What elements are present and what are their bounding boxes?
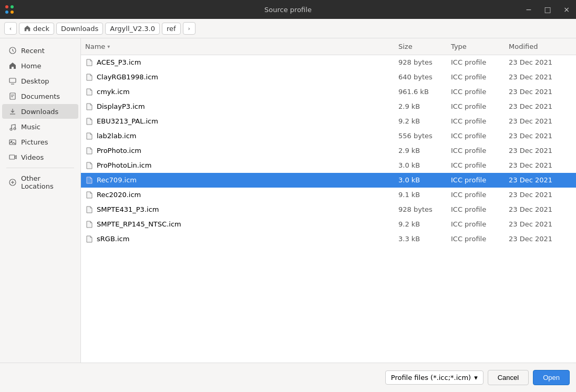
file-size: 556 bytes [398, 132, 451, 140]
other-locations-label: Other Locations [21, 174, 72, 190]
breadcrumb-container: deckDownloadsArgyll_V2.3.0ref [19, 23, 181, 35]
maximize-button[interactable]: □ [538, 0, 557, 19]
breadcrumb-item-deck[interactable]: deck [19, 23, 54, 35]
file-icon [85, 132, 94, 140]
table-row[interactable]: ProPhotoLin.icm3.0 kBICC profile23 Dec 2… [81, 158, 576, 173]
file-size: 928 bytes [398, 205, 451, 213]
recent-icon [8, 46, 17, 55]
column-modified-header[interactable]: Modified [509, 43, 572, 50]
titlebar-controls: − □ × [519, 0, 576, 19]
file-size: 9.2 kB [398, 220, 451, 228]
file-modified: 23 Dec 2021 [509, 132, 572, 140]
file-filter-select[interactable]: Profile files (*.icc;*.icm) ▾ [385, 370, 484, 385]
file-icon [85, 191, 94, 199]
breadcrumb-item-downloads[interactable]: Downloads [56, 23, 103, 35]
file-type: ICC profile [451, 191, 509, 199]
sidebar-item-videos[interactable]: Videos [2, 150, 78, 164]
table-row[interactable]: Rec709.icm3.0 kBICC profile23 Dec 2021 [81, 173, 576, 188]
minimize-button[interactable]: − [519, 0, 538, 19]
sidebar-item-home[interactable]: Home [2, 58, 78, 73]
filter-label: Profile files (*.icc;*.icm) [391, 374, 471, 381]
table-row[interactable]: sRGB.icm3.3 kBICC profile23 Dec 2021 [81, 232, 576, 246]
table-row[interactable]: lab2lab.icm556 bytesICC profile23 Dec 20… [81, 129, 576, 143]
file-size: 2.9 kB [398, 147, 451, 154]
file-type: ICC profile [451, 73, 509, 81]
file-modified: 23 Dec 2021 [509, 176, 572, 184]
breadcrumb-label-argyll: Argyll_V2.3.0 [110, 25, 155, 33]
other-locations-item[interactable]: Other Locations [2, 171, 78, 193]
back-arrow-icon: ‹ [9, 25, 12, 32]
sidebar-divider [6, 168, 74, 168]
table-row[interactable]: Rec2020.icm9.1 kBICC profile23 Dec 2021 [81, 188, 576, 202]
svg-point-3 [11, 11, 14, 14]
file-name: Rec2020.icm [97, 191, 398, 199]
column-type-header[interactable]: Type [451, 43, 509, 50]
sidebar-label-home: Home [21, 62, 41, 70]
forward-button[interactable]: › [183, 22, 196, 35]
file-modified: 23 Dec 2021 [509, 235, 572, 243]
table-row[interactable]: SMPTE_RP145_NTSC.icm9.2 kBICC profile23 … [81, 217, 576, 232]
sidebar-label-videos: Videos [21, 153, 44, 161]
sidebar-item-desktop[interactable]: Desktop [2, 74, 78, 88]
file-size: 3.0 kB [398, 161, 451, 169]
file-size: 2.9 kB [398, 102, 451, 110]
sidebar-item-downloads[interactable]: Downloads [2, 104, 78, 119]
table-row[interactable]: ClayRGB1998.icm640 bytesICC profile23 De… [81, 70, 576, 85]
file-size: 928 bytes [398, 58, 451, 66]
titlebar: Source profile − □ × [0, 0, 576, 19]
file-type: ICC profile [451, 235, 509, 243]
main-content: RecentHomeDesktopDocumentsDownloadsMusic… [0, 38, 576, 363]
file-modified: 23 Dec 2021 [509, 73, 572, 81]
bottom-bar: Profile files (*.icc;*.icm) ▾ Cancel Ope… [0, 363, 576, 392]
file-modified: 23 Dec 2021 [509, 147, 572, 154]
file-icon [85, 147, 94, 155]
open-button[interactable]: Open [533, 370, 570, 385]
file-type: ICC profile [451, 147, 509, 154]
file-list: ACES_P3.icm928 bytesICC profile23 Dec 20… [81, 55, 576, 363]
table-row[interactable]: EBU3213_PAL.icm9.2 kBICC profile23 Dec 2… [81, 114, 576, 129]
file-list-header: Name ▾ Size Type Modified [81, 38, 576, 55]
column-name-header[interactable]: Name ▾ [85, 43, 398, 50]
file-type: ICC profile [451, 205, 509, 213]
table-row[interactable]: DisplayP3.icm2.9 kBICC profile23 Dec 202… [81, 99, 576, 114]
table-row[interactable]: SMPTE431_P3.icm928 bytesICC profile23 De… [81, 202, 576, 217]
file-modified: 23 Dec 2021 [509, 88, 572, 96]
pictures-icon [8, 138, 17, 146]
table-row[interactable]: ProPhoto.icm2.9 kBICC profile23 Dec 2021 [81, 143, 576, 158]
dialog: ‹ deckDownloadsArgyll_V2.3.0ref › Recent… [0, 19, 576, 392]
toolbar: ‹ deckDownloadsArgyll_V2.3.0ref › [0, 19, 576, 38]
file-area: Name ▾ Size Type Modified ACES_P3.icm928… [81, 38, 576, 363]
app-icon [4, 4, 15, 15]
sidebar-item-music[interactable]: Music [2, 119, 78, 134]
sidebar-label-pictures: Pictures [21, 138, 48, 146]
documents-icon [8, 92, 17, 100]
forward-arrow-icon: › [188, 25, 190, 32]
file-name: ProPhotoLin.icm [97, 161, 398, 169]
file-size: 640 bytes [398, 73, 451, 81]
svg-point-0 [5, 5, 8, 8]
file-icon [85, 176, 94, 184]
sidebar: RecentHomeDesktopDocumentsDownloadsMusic… [0, 38, 81, 363]
sidebar-item-pictures[interactable]: Pictures [2, 135, 78, 149]
cancel-button[interactable]: Cancel [488, 370, 529, 385]
close-button[interactable]: × [557, 0, 576, 19]
file-icon [85, 73, 94, 81]
sidebar-item-recent[interactable]: Recent [2, 43, 78, 58]
table-row[interactable]: cmyk.icm961.6 kBICC profile23 Dec 2021 [81, 85, 576, 99]
svg-rect-15 [9, 155, 15, 159]
add-location-icon [8, 178, 17, 187]
home-icon [8, 61, 17, 70]
file-icon [85, 88, 94, 96]
breadcrumb-label-downloads: Downloads [61, 25, 98, 33]
column-size-header[interactable]: Size [398, 43, 451, 50]
back-button[interactable]: ‹ [4, 22, 17, 35]
file-name: ClayRGB1998.icm [97, 73, 398, 81]
filter-arrow-icon: ▾ [474, 374, 478, 381]
sidebar-item-documents[interactable]: Documents [2, 89, 78, 104]
file-name: cmyk.icm [97, 88, 398, 96]
breadcrumb-item-argyll[interactable]: Argyll_V2.3.0 [105, 23, 160, 35]
file-modified: 23 Dec 2021 [509, 191, 572, 199]
file-type: ICC profile [451, 58, 509, 66]
table-row[interactable]: ACES_P3.icm928 bytesICC profile23 Dec 20… [81, 55, 576, 70]
breadcrumb-item-ref[interactable]: ref [162, 23, 181, 35]
